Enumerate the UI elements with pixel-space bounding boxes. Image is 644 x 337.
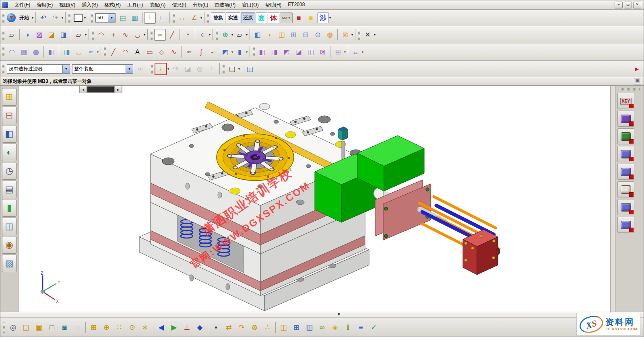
palettes-tab[interactable]: ▤ [2, 181, 17, 198]
new-component-button[interactable]: ⊕ [100, 321, 113, 334]
variable-offset-icon-caret[interactable]: ▾ [97, 50, 99, 54]
boolean-region-icon[interactable]: ⊕ [219, 29, 231, 41]
circle-diameter-icon[interactable]: ○ [197, 29, 208, 41]
intersect-icon-caret[interactable]: ▾ [351, 33, 353, 37]
through-mesh-icon[interactable]: ▦ [18, 46, 30, 58]
move-component-button[interactable]: ⇄ [223, 321, 235, 334]
menu-preferences[interactable]: 首选项(P) [211, 1, 239, 9]
verify-assembly-button[interactable]: ✓ [367, 321, 380, 334]
hole-icon[interactable]: ⊙ [312, 29, 324, 41]
selection-filter-select[interactable]: 没有选择过滤器▼ [7, 64, 70, 74]
sketch-icon[interactable]: ▱ [6, 29, 18, 41]
show-component-button[interactable]: ▣ [33, 321, 45, 334]
selection-scope-select[interactable]: 整个装配▼ [72, 64, 133, 74]
replace-view-button[interactable]: 替换 [211, 12, 225, 23]
boolean-region-icon-caret[interactable]: ▾ [231, 33, 233, 37]
scroll-thumb[interactable] [87, 86, 114, 92]
offset-surface-icon[interactable]: ◧ [45, 46, 57, 58]
viewport-horizontal-scrollbar[interactable]: ◄ ► [79, 86, 122, 93]
resize-face-icon-caret[interactable]: ▾ [362, 50, 363, 54]
snap-point-icon[interactable]: + [155, 63, 167, 75]
menu-format[interactable]: 格式(R) [101, 1, 124, 9]
insert-part-item[interactable] [617, 128, 634, 144]
point-set-icon[interactable]: ∿ [168, 46, 180, 58]
offset-dimension-icon-caret[interactable]: ▾ [374, 33, 376, 37]
part-navigator-tab[interactable]: ◧ [2, 125, 17, 143]
slide-block-part-item[interactable] [617, 146, 634, 162]
text-icon[interactable]: A [132, 46, 143, 58]
toolbar-overflow-icon[interactable]: ▸ [631, 63, 643, 75]
yellow-cube-display-icon[interactable]: ■ [305, 12, 317, 24]
pull-face-icon[interactable]: ◨ [268, 46, 280, 58]
step-back-icon[interactable]: ↷ [170, 63, 182, 75]
curve-extend-icon[interactable]: ◡ [132, 29, 143, 41]
t-nut-part-item[interactable] [617, 111, 634, 127]
roles-tab[interactable]: ◉ [2, 236, 17, 254]
emboss-sheet-icon[interactable]: ◩ [219, 46, 231, 58]
center-constraint-button[interactable]: ◆ [194, 321, 206, 334]
measure-angle-icon[interactable]: ∠ [188, 12, 200, 24]
shaded-preview-icon[interactable]: ◪ [182, 63, 194, 75]
bounded-plane-icon[interactable]: ◨ [58, 29, 69, 41]
true-shading-button[interactable]: 实透 [226, 12, 240, 23]
offset-dimension-icon[interactable]: ✕ [362, 29, 374, 41]
elbow-part-item[interactable] [617, 217, 634, 233]
restore-view-button[interactable]: 还原 [241, 12, 255, 23]
menu-window[interactable]: 窗口(O) [239, 1, 262, 9]
perpendicular-constraint-button[interactable]: ⊥ [181, 321, 193, 334]
interference-button[interactable]: 涉 [317, 12, 329, 23]
datum-csys-icon[interactable]: ◪ [45, 29, 57, 41]
circle-diameter-icon-caret[interactable]: ▾ [209, 33, 211, 37]
selection-scope-select-arrow[interactable]: ▼ [126, 65, 133, 73]
ruled-surface-icon[interactable]: ◠ [6, 46, 18, 58]
menu-tools[interactable]: 工具(T) [124, 1, 146, 9]
line-point-icon[interactable]: ╱ [166, 29, 178, 41]
body-analysis-button[interactable]: 体 [268, 12, 279, 23]
trim-curve-icon[interactable]: ◠ [95, 29, 107, 41]
open-component-button[interactable]: ◱ [20, 321, 32, 334]
sheet-plane-icon[interactable]: ▱ [73, 29, 85, 41]
snap-point-icon-caret[interactable]: ▾ [167, 67, 169, 71]
sheet-plane-icon-caret[interactable]: ▾ [85, 33, 87, 37]
selection-filter-select-arrow[interactable]: ▼ [62, 65, 70, 73]
redo-button-caret[interactable]: ▾ [62, 16, 63, 20]
menu-view[interactable]: 视图(V) [56, 1, 78, 9]
graphics-viewport[interactable]: ◄ ► [19, 86, 615, 312]
constraint-navigator-tab[interactable]: ⊟ [2, 107, 17, 124]
assembly-navigator-tab[interactable]: ⊞ [2, 88, 17, 106]
start-menu-button[interactable]: 开始 [17, 12, 31, 23]
save-assembly-button[interactable]: ▪ [210, 321, 222, 334]
history-tab[interactable]: ◷ [2, 162, 17, 180]
rotate-reference-icon[interactable]: ◎ [194, 63, 206, 75]
redo-button[interactable]: ↷ [50, 12, 61, 24]
suppressed-component-button[interactable]: ◌ [71, 321, 84, 334]
rectangle-icon[interactable]: ▭ [144, 46, 155, 58]
studio-spline-icon[interactable]: ∽ [207, 46, 219, 58]
bushing-part-item[interactable] [617, 181, 634, 197]
wave-link-button[interactable]: ⊞ [290, 321, 303, 334]
red-cube-display-icon[interactable]: ■ [293, 12, 305, 24]
dock-pull-arrow-icon[interactable]: ▼ [337, 312, 341, 317]
work-layer-select[interactable]: 50▼ [95, 13, 116, 23]
replace-face-icon[interactable]: ◪ [293, 46, 304, 58]
variable-offset-icon[interactable]: ≈ [85, 46, 97, 58]
find-component-button[interactable]: ◎ [7, 321, 19, 334]
system-scene-tab[interactable]: ◫ [2, 218, 17, 235]
bounded-sheet-icon[interactable]: ▱ [234, 29, 246, 41]
link-info-button[interactable]: ℹ [342, 321, 354, 334]
wcs-dynamics-icon[interactable]: ⊥ [144, 12, 156, 24]
menu-edit[interactable]: 编辑(E) [33, 1, 56, 9]
rectangle-select-icon-caret[interactable]: ▾ [238, 67, 240, 71]
layer-settings-icon[interactable]: ▤ [117, 12, 128, 24]
relations-button[interactable]: ≡ [355, 321, 367, 334]
work-layer-select-arrow[interactable]: ▼ [108, 14, 115, 22]
mate-constraint-button[interactable]: ◀ [155, 321, 167, 334]
move-face-icon[interactable]: ◧ [256, 46, 268, 58]
close-button[interactable]: ✕ [633, 2, 641, 8]
copy-face-icon-caret[interactable]: ▾ [344, 50, 346, 54]
menu-analysis[interactable]: 分析(L) [190, 1, 212, 9]
unite-icon[interactable]: ⊞ [288, 29, 299, 41]
assembly-window-button[interactable]: ▥ [303, 321, 316, 334]
align-constraint-button[interactable]: ▶ [168, 321, 180, 334]
object-color-swatch-caret[interactable]: ▾ [84, 16, 86, 20]
